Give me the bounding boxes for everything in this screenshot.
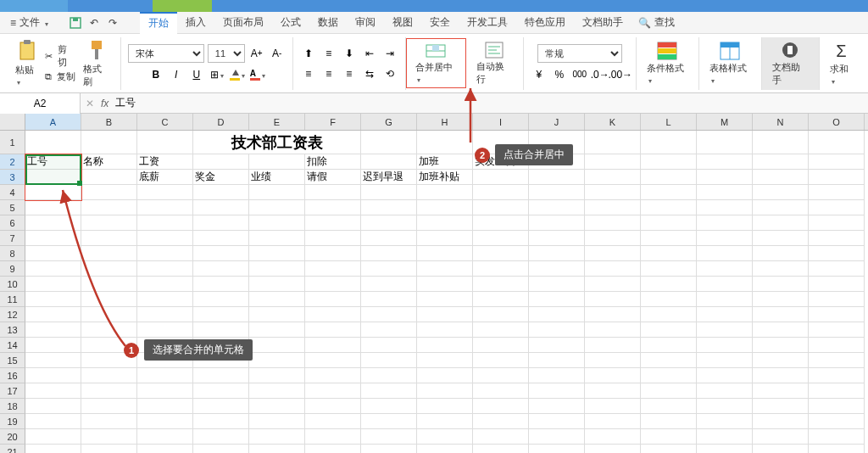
row-header-12[interactable]: 12 — [0, 307, 25, 322]
orientation-icon[interactable]: ⟲ — [381, 65, 398, 82]
dec-dec-icon[interactable]: .00→ — [612, 66, 629, 83]
cell-O2[interactable] — [809, 154, 865, 170]
cell-H17[interactable] — [417, 383, 473, 399]
dec-inc-icon[interactable]: .0→ — [592, 66, 609, 83]
cell-A8[interactable] — [25, 246, 81, 261]
cell-M10[interactable] — [697, 277, 753, 292]
col-header-F[interactable]: F — [305, 114, 361, 130]
cell-A9[interactable] — [25, 261, 81, 277]
cell-H3[interactable]: 加班补贴 — [417, 170, 473, 185]
cell-E12[interactable] — [249, 307, 305, 322]
cell-K12[interactable] — [585, 307, 641, 322]
cell-C17[interactable] — [137, 383, 193, 399]
cell-F15[interactable] — [305, 353, 361, 368]
cell-G6[interactable] — [361, 215, 417, 231]
cell-D6[interactable] — [193, 215, 249, 231]
cell-K2[interactable] — [585, 154, 641, 170]
tab-数据[interactable]: 数据 — [309, 12, 347, 34]
row-header-21[interactable]: 21 — [0, 445, 25, 453]
font-size-select[interactable]: 11 — [208, 44, 245, 63]
cell-L5[interactable] — [641, 200, 697, 215]
fill-color-button[interactable] — [229, 66, 246, 83]
cell-K4[interactable] — [585, 185, 641, 200]
row-header-17[interactable]: 17 — [0, 383, 25, 399]
cell-D18[interactable] — [193, 399, 249, 414]
fx-icon[interactable]: fx — [101, 98, 108, 109]
cell-M6[interactable] — [697, 215, 753, 231]
cell-J21[interactable] — [529, 445, 585, 453]
cell-N12[interactable] — [753, 307, 809, 322]
cell-N6[interactable] — [753, 215, 809, 231]
sum-button[interactable]: Σ 求和 — [826, 40, 856, 87]
cell-A11[interactable] — [25, 292, 81, 307]
cell-B1[interactable] — [81, 131, 137, 154]
cell-D9[interactable] — [193, 261, 249, 277]
cell-F7[interactable] — [305, 231, 361, 246]
cell-I5[interactable] — [473, 200, 529, 215]
cell-J12[interactable] — [529, 307, 585, 322]
cell-E4[interactable] — [249, 185, 305, 200]
cell-M15[interactable] — [697, 353, 753, 368]
cell-B19[interactable] — [81, 414, 137, 429]
font-color-button[interactable]: A — [249, 66, 266, 83]
row-header-15[interactable]: 15 — [0, 353, 25, 368]
cell-D8[interactable] — [193, 246, 249, 261]
row-header-5[interactable]: 5 — [0, 200, 25, 215]
cell-B8[interactable] — [81, 246, 137, 261]
cell-N19[interactable] — [753, 414, 809, 429]
save-icon[interactable] — [67, 14, 84, 31]
cell-C6[interactable] — [137, 215, 193, 231]
cell-I19[interactable] — [473, 414, 529, 429]
cell-M21[interactable] — [697, 445, 753, 453]
cell-I16[interactable] — [473, 368, 529, 383]
cell-E11[interactable] — [249, 292, 305, 307]
spreadsheet-grid[interactable]: ABCDEFGHIJKLMNO 1技术部工资表2工号名称工资扣除加班实发工资3底… — [0, 114, 868, 453]
cell-F5[interactable] — [305, 200, 361, 215]
cell-K11[interactable] — [585, 292, 641, 307]
cell-I12[interactable] — [473, 307, 529, 322]
cell-O9[interactable] — [809, 261, 865, 277]
cell-A15[interactable] — [25, 353, 81, 368]
cell-F17[interactable] — [305, 383, 361, 399]
cell-A5[interactable] — [25, 200, 81, 215]
cell-O6[interactable] — [809, 215, 865, 231]
cell-B3[interactable] — [81, 170, 137, 185]
cell-M7[interactable] — [697, 231, 753, 246]
cell-B9[interactable] — [81, 261, 137, 277]
cell-J20[interactable] — [529, 429, 585, 445]
undo-icon[interactable]: ↶ — [86, 14, 103, 31]
cell-G15[interactable] — [361, 353, 417, 368]
cell-B4[interactable] — [81, 185, 137, 200]
cell-E17[interactable] — [249, 383, 305, 399]
cell-F11[interactable] — [305, 292, 361, 307]
cell-E21[interactable] — [249, 445, 305, 453]
cell-B20[interactable] — [81, 429, 137, 445]
cell-L18[interactable] — [641, 399, 697, 414]
cell-G21[interactable] — [361, 445, 417, 453]
cell-H13[interactable] — [417, 322, 473, 338]
cell-J19[interactable] — [529, 414, 585, 429]
cell-N7[interactable] — [753, 231, 809, 246]
cell-D12[interactable] — [193, 307, 249, 322]
number-format-select[interactable]: 常规 — [537, 44, 622, 63]
merge-across-icon[interactable]: ⇆ — [361, 65, 378, 82]
cell-K18[interactable] — [585, 399, 641, 414]
cell-H11[interactable] — [417, 292, 473, 307]
name-box[interactable]: A2 — [0, 93, 81, 114]
cell-E10[interactable] — [249, 277, 305, 292]
cell-D3[interactable]: 奖金 — [193, 170, 249, 185]
cell-C11[interactable] — [137, 292, 193, 307]
indent-dec-icon[interactable]: ⇤ — [361, 45, 378, 62]
cell-F16[interactable] — [305, 368, 361, 383]
cell-C12[interactable] — [137, 307, 193, 322]
cell-I15[interactable] — [473, 353, 529, 368]
tab-开发工具[interactable]: 开发工具 — [459, 12, 516, 34]
wrap-text-button[interactable]: 自动换行 — [473, 40, 516, 87]
conditional-format-button[interactable]: 条件格式 — [643, 40, 692, 87]
redo-icon[interactable]: ↷ — [104, 14, 121, 31]
cell-F21[interactable] — [305, 445, 361, 453]
cell-D2[interactable] — [193, 154, 249, 170]
cell-D7[interactable] — [193, 231, 249, 246]
cell-M1[interactable] — [697, 131, 753, 154]
cell-H16[interactable] — [417, 368, 473, 383]
